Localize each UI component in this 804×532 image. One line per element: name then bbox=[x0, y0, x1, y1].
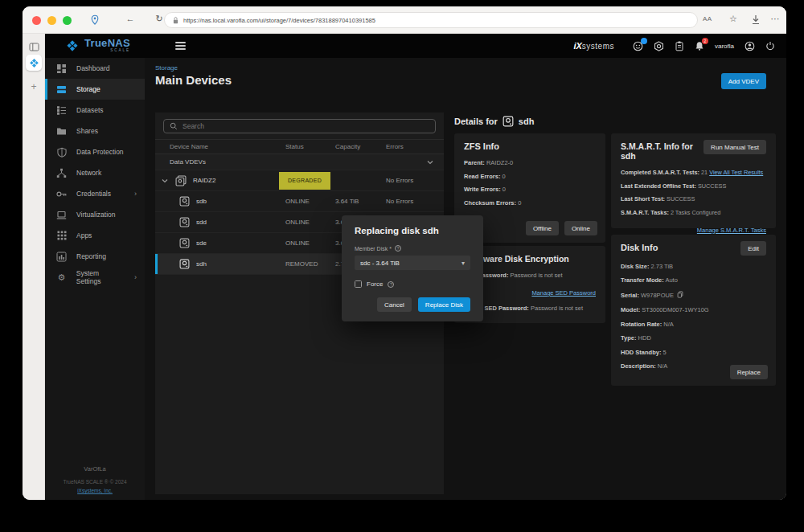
sidebar-item-reporting[interactable]: Reporting bbox=[45, 246, 145, 267]
help-icon[interactable] bbox=[388, 281, 394, 288]
col-status: Status bbox=[285, 143, 335, 150]
sidebar-item-credentials[interactable]: Credentials bbox=[45, 183, 145, 204]
field-value: 2 Tasks Configured bbox=[671, 209, 720, 216]
sidebar-item-datasets[interactable]: Datasets bbox=[45, 100, 145, 121]
datasets-icon bbox=[56, 105, 67, 116]
sidebar-label: Storage bbox=[76, 85, 100, 93]
field-label: Transfer Mode: bbox=[621, 276, 664, 284]
sidebar-item-data-protection[interactable]: Data Protection bbox=[45, 141, 145, 162]
table-row-sdb[interactable]: sdb ONLINE 3.64 TiB No Errors bbox=[155, 191, 444, 212]
address-bar[interactable]: https://nas.local.varofla.com/ui/storage… bbox=[164, 12, 698, 28]
truecommand-icon[interactable] bbox=[654, 41, 664, 51]
field-label: Type: bbox=[621, 334, 636, 342]
url-text: https://nas.local.varofla.com/ui/storage… bbox=[183, 17, 375, 24]
disk-icon bbox=[179, 238, 190, 248]
close-window-button[interactable] bbox=[32, 16, 41, 25]
chevron-right-icon bbox=[134, 190, 137, 198]
sidebar-item-storage[interactable]: Storage bbox=[45, 79, 145, 100]
feedback-smiley-icon[interactable] bbox=[633, 41, 643, 51]
toggle-sidebar-icon[interactable] bbox=[23, 42, 45, 52]
view-all-test-results-link[interactable]: View All Test Results bbox=[709, 169, 763, 176]
sidebar-item-apps[interactable]: Apps bbox=[45, 225, 145, 246]
offline-button[interactable]: Offline bbox=[526, 221, 559, 235]
vdev-stack-icon bbox=[175, 175, 187, 186]
window-controls bbox=[32, 16, 72, 25]
errors-cell: No Errors bbox=[386, 177, 444, 184]
username-label: varofla bbox=[715, 43, 734, 50]
replace-button[interactable]: Replace bbox=[730, 365, 768, 379]
bar-chart-icon bbox=[56, 252, 67, 262]
sidebar-item-shares[interactable]: Shares bbox=[45, 121, 145, 141]
add-vdev-button[interactable]: Add VDEV bbox=[721, 73, 766, 89]
disk-icon bbox=[179, 259, 190, 269]
dashboard-icon bbox=[56, 63, 67, 74]
new-tab-button[interactable] bbox=[23, 79, 45, 93]
sidebar-label: Data Protection bbox=[76, 148, 124, 156]
text-size-button[interactable] bbox=[703, 15, 712, 23]
copy-icon[interactable] bbox=[677, 293, 683, 300]
expand-chevron-icon[interactable] bbox=[161, 177, 169, 185]
zoom-window-button[interactable] bbox=[63, 16, 72, 25]
sidebar-label: Reporting bbox=[76, 252, 106, 260]
shield-icon bbox=[56, 147, 67, 158]
power-icon[interactable] bbox=[765, 41, 775, 51]
table-row-raidz2[interactable]: RAIDZ2 DEGRADED No Errors bbox=[155, 170, 444, 191]
field-label: Disk Size: bbox=[621, 263, 649, 270]
status-cell: ONLINE bbox=[285, 198, 335, 205]
manage-global-sed-password-link[interactable]: Manage Global SED Password bbox=[514, 322, 597, 324]
network-icon bbox=[56, 168, 67, 178]
browser-menu-icon[interactable] bbox=[769, 14, 781, 24]
sidebar-item-dashboard[interactable]: Dashboard bbox=[45, 58, 145, 79]
help-icon[interactable] bbox=[395, 245, 401, 252]
field-label: Last Extended Offline Test: bbox=[621, 182, 696, 190]
sidebar-item-network[interactable]: Network bbox=[45, 162, 145, 183]
search-box[interactable] bbox=[163, 119, 436, 133]
zfs-info-title: ZFS Info bbox=[464, 141, 596, 151]
active-tab-truenas-favicon[interactable] bbox=[26, 55, 42, 71]
member-disk-select[interactable]: sdc - 3.64 TiB bbox=[355, 256, 470, 270]
cancel-button[interactable]: Cancel bbox=[377, 297, 412, 312]
sidebar-label: Datasets bbox=[76, 106, 104, 114]
field-label: Last Short Test: bbox=[621, 195, 665, 203]
location-pin-icon[interactable] bbox=[90, 14, 100, 26]
field-value: W978POUE bbox=[641, 292, 674, 299]
back-button[interactable] bbox=[124, 14, 137, 23]
ixsystems-link[interactable]: iXsystems, Inc. bbox=[45, 488, 145, 493]
truenas-app: TrueNAS SCALE iX systems bbox=[45, 34, 786, 500]
search-icon bbox=[170, 122, 178, 130]
hamburger-menu-icon[interactable] bbox=[175, 42, 186, 50]
search-input[interactable] bbox=[183, 122, 429, 130]
manage-smart-tasks-link[interactable]: Manage S.M.A.R.T. Tasks bbox=[697, 227, 766, 234]
chevron-down-icon[interactable] bbox=[426, 158, 434, 166]
edit-button[interactable]: Edit bbox=[740, 241, 766, 256]
field-value: 0 bbox=[503, 186, 506, 193]
account-icon[interactable] bbox=[745, 41, 755, 51]
online-button[interactable]: Online bbox=[564, 221, 597, 235]
sidebar-label: Apps bbox=[76, 231, 92, 239]
alerts-bell-icon[interactable]: 2 bbox=[695, 41, 704, 51]
force-label: Force bbox=[367, 280, 383, 288]
replace-disk-button[interactable]: Replace Disk bbox=[418, 297, 470, 312]
download-icon[interactable] bbox=[751, 14, 761, 25]
minimize-window-button[interactable] bbox=[47, 16, 56, 25]
disk-info-title: Disk Info bbox=[621, 243, 658, 252]
jobs-clipboard-icon[interactable] bbox=[675, 41, 684, 51]
browser-toolbar: https://nas.local.varofla.com/ui/storage… bbox=[23, 6, 786, 34]
breadcrumb[interactable]: Storage bbox=[155, 64, 178, 72]
field-label: Write Errors: bbox=[464, 186, 501, 193]
sidebar-label: Credentials bbox=[76, 190, 111, 198]
table-header: Device Name Status Capacity Errors bbox=[155, 140, 444, 154]
bookmark-star-icon[interactable] bbox=[727, 14, 740, 24]
sidebar-item-system-settings[interactable]: System Settings bbox=[45, 267, 145, 288]
field-value: N/A bbox=[663, 321, 674, 328]
force-checkbox[interactable] bbox=[355, 280, 362, 288]
sidebar-item-virtualization[interactable]: Virtualization bbox=[45, 204, 145, 225]
run-manual-test-button[interactable]: Run Manual Test bbox=[704, 140, 766, 154]
manage-sed-password-link[interactable]: Manage SED Password bbox=[531, 289, 596, 297]
col-capacity: Capacity bbox=[335, 143, 386, 150]
truenas-logo-icon bbox=[66, 39, 79, 52]
truenas-logo[interactable]: TrueNAS SCALE bbox=[66, 39, 130, 52]
member-disk-value: sdc - 3.64 TiB bbox=[360, 260, 400, 267]
group-row-data-vdevs[interactable]: Data VDEVs bbox=[155, 154, 444, 170]
device-name: sdb bbox=[196, 198, 207, 205]
